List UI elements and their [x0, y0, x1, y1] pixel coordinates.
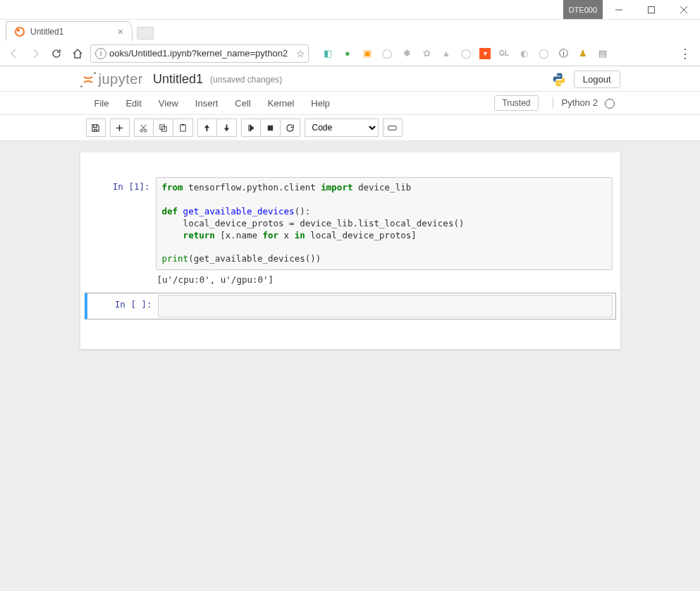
extension-icon[interactable]: ✿ [420, 47, 433, 60]
menu-edit[interactable]: Edit [117, 95, 149, 111]
menu-cell[interactable]: Cell [226, 95, 259, 111]
new-tab-button[interactable] [137, 27, 154, 39]
paste-button[interactable] [173, 118, 193, 137]
extension-icon[interactable]: ♟ [577, 47, 589, 60]
notebook-container: In [1]: from tensorflow.python.client im… [80, 152, 620, 349]
extension-icon[interactable]: ◯ [381, 47, 393, 60]
kernel-name[interactable]: Python 2 [553, 97, 615, 109]
code-cell[interactable]: In [1]: from tensorflow.python.client im… [85, 175, 616, 291]
extension-icon[interactable]: ▾ [479, 48, 491, 59]
code-editor[interactable] [164, 300, 606, 312]
jupyter-wordmark: jupyter [99, 71, 144, 87]
nav-back-button[interactable] [6, 45, 23, 62]
move-up-button[interactable] [197, 118, 217, 137]
code-input-area[interactable]: from tensorflow.python.client import dev… [156, 177, 613, 270]
url-text: ooks/Untitled1.ipynb?kernel_name=python2 [109, 48, 293, 59]
nav-home-button[interactable] [69, 45, 86, 62]
interrupt-button[interactable] [261, 118, 281, 137]
svg-rect-12 [159, 124, 164, 129]
extension-icon[interactable]: GL [498, 47, 510, 60]
cell-output: [u'/cpu:0', u'/gpu:0'] [156, 270, 613, 289]
extension-icon[interactable]: ⓘ [557, 47, 570, 60]
bookmark-star-icon[interactable]: ☆ [296, 48, 305, 59]
extension-icon[interactable]: ◐ [517, 47, 530, 60]
window-maximize-button[interactable] [635, 0, 668, 19]
insert-cell-button[interactable] [110, 118, 130, 137]
run-button[interactable] [241, 118, 261, 137]
extension-icon[interactable]: ▤ [596, 47, 609, 60]
jupyter-logo[interactable]: jupyter [80, 71, 144, 87]
save-status: (unsaved changes) [210, 75, 282, 85]
move-down-button[interactable] [217, 118, 237, 137]
svg-rect-17 [388, 126, 396, 130]
menu-kernel[interactable]: Kernel [259, 95, 303, 111]
browser-menu-button[interactable]: ⋮ [676, 46, 694, 61]
extension-icon[interactable]: ◯ [460, 47, 472, 60]
page-viewport: jupyter Untitled1 (unsaved changes) Logo… [0, 66, 700, 591]
menu-view[interactable]: View [150, 95, 187, 111]
input-prompt: In [ ]: [90, 295, 158, 317]
svg-point-4 [556, 74, 558, 75]
svg-point-8 [140, 129, 143, 132]
svg-rect-1 [649, 6, 655, 13]
extension-row: ◧ ● ▣ ◯ ❄ ✿ ▲ ◯ ▾ GL ◐ ◯ ⓘ ♟ ▤ ⋮ [321, 46, 694, 61]
extension-icon[interactable]: ▲ [440, 47, 453, 60]
svg-rect-16 [267, 125, 272, 130]
jupyter-favicon [15, 27, 25, 37]
menu-file[interactable]: File [86, 95, 118, 111]
window-minimize-button[interactable] [603, 0, 635, 19]
copy-button[interactable] [154, 118, 173, 137]
svg-rect-15 [181, 123, 184, 125]
kernel-busy-indicator [605, 99, 615, 109]
trusted-indicator[interactable]: Trusted [494, 95, 538, 111]
svg-point-9 [144, 129, 147, 132]
tab-title: Untitled1 [30, 27, 112, 37]
jupyter-header: jupyter Untitled1 (unsaved changes) Logo… [0, 66, 700, 91]
logout-button[interactable]: Logout [574, 71, 620, 88]
svg-rect-13 [161, 126, 166, 131]
tab-close-button[interactable]: × [118, 26, 123, 37]
nav-forward-button[interactable] [27, 45, 44, 62]
jupyter-menubar: File Edit View Insert Cell Kernel Help T… [0, 91, 700, 115]
code-editor[interactable]: from tensorflow.python.client import dev… [162, 182, 606, 265]
browser-toolbar: i ooks/Untitled1.ipynb?kernel_name=pytho… [0, 41, 700, 66]
jupyter-toolbar: Code [0, 115, 700, 141]
extension-icon[interactable]: ❄ [400, 47, 413, 60]
notebook-name[interactable]: Untitled1 [153, 72, 203, 87]
save-button[interactable] [86, 118, 106, 137]
cut-button[interactable] [134, 118, 154, 137]
extension-icon[interactable]: ● [341, 47, 354, 60]
browser-tab[interactable]: Untitled1 × [6, 21, 133, 41]
window-tag: DTE000 [563, 0, 603, 19]
extension-icon[interactable]: ▣ [361, 47, 374, 60]
code-cell[interactable]: In [ ]: [85, 293, 616, 319]
cell-type-select[interactable]: Code [305, 118, 379, 137]
notebook-scroll[interactable]: In [1]: from tensorflow.python.client im… [0, 141, 700, 377]
input-prompt: In [1]: [88, 177, 156, 289]
extension-icon[interactable]: ◯ [537, 47, 550, 60]
menu-help[interactable]: Help [302, 95, 338, 111]
restart-button[interactable] [281, 118, 300, 137]
window-close-button[interactable] [668, 0, 700, 19]
extension-icon[interactable]: ◧ [321, 47, 334, 60]
window-titlebar: DTE000 [0, 0, 700, 20]
code-input-area[interactable] [158, 295, 613, 317]
command-palette-button[interactable] [383, 118, 403, 137]
site-info-icon[interactable]: i [95, 48, 106, 59]
address-bar[interactable]: i ooks/Untitled1.ipynb?kernel_name=pytho… [90, 44, 309, 63]
browser-tabstrip: Untitled1 × [0, 20, 700, 41]
menu-insert[interactable]: Insert [187, 95, 227, 111]
nav-reload-button[interactable] [48, 45, 65, 62]
svg-point-5 [560, 84, 562, 85]
svg-rect-14 [180, 124, 185, 130]
python-logo-icon [551, 72, 567, 87]
